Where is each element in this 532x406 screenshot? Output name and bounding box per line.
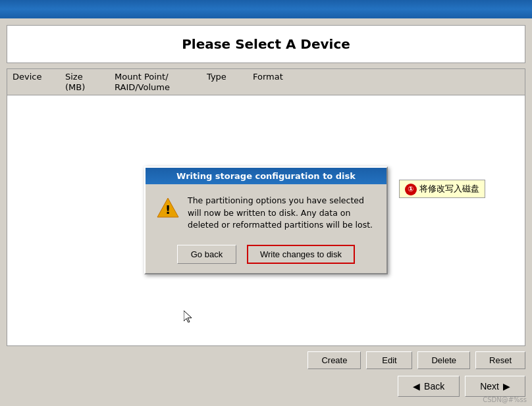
go-back-button[interactable]: Go back: [177, 245, 236, 264]
main-container: Please Select A Device Device Size(MB) M…: [0, 18, 532, 406]
content-area: Writing storage configuration to disk ! …: [7, 95, 525, 346]
back-label: Back: [424, 381, 444, 392]
title-box: Please Select A Device: [7, 25, 525, 63]
delete-button[interactable]: Delete: [417, 351, 470, 369]
dialog-buttons: Go back Write changes to disk: [146, 240, 386, 273]
write-changes-button[interactable]: Write changes to disk: [247, 245, 355, 264]
dialog: Writing storage configuration to disk ! …: [144, 166, 388, 274]
tooltip-badge: ①: [405, 184, 417, 195]
nav-bar: ◀ Back Next ▶: [7, 372, 525, 399]
next-arrow-icon: ▶: [503, 381, 510, 392]
edit-button[interactable]: Edit: [366, 351, 412, 369]
watermark: CSDN@#%ss: [483, 396, 527, 403]
bottom-toolbar: Create Edit Delete Reset: [7, 346, 525, 372]
col-size-header: Size(MB): [65, 72, 101, 92]
next-button[interactable]: Next ▶: [465, 376, 525, 397]
dialog-overlay: Writing storage configuration to disk ! …: [7, 95, 525, 345]
warning-icon: !: [156, 196, 180, 220]
dialog-message: The partitioning options you have select…: [188, 195, 376, 232]
col-device-header: Device: [13, 72, 52, 92]
tooltip: ①将修改写入磁盘: [399, 180, 485, 198]
dialog-titlebar: Writing storage configuration to disk: [146, 168, 386, 184]
table-header: Device Size(MB) Mount Point/RAID/Volume …: [7, 68, 525, 95]
reset-button[interactable]: Reset: [475, 351, 525, 369]
next-label: Next: [480, 381, 499, 392]
svg-text:!: !: [165, 203, 171, 216]
create-button[interactable]: Create: [307, 351, 361, 369]
col-format-header: Format: [253, 72, 292, 92]
dialog-body: ! The partitioning options you have sele…: [146, 184, 386, 240]
back-button[interactable]: ◀ Back: [398, 376, 460, 397]
back-arrow-icon: ◀: [413, 381, 420, 392]
page-title: Please Select A Device: [18, 36, 514, 52]
col-mount-header: Mount Point/RAID/Volume: [115, 72, 194, 92]
top-bar: [0, 0, 532, 18]
col-type-header: Type: [207, 72, 240, 92]
